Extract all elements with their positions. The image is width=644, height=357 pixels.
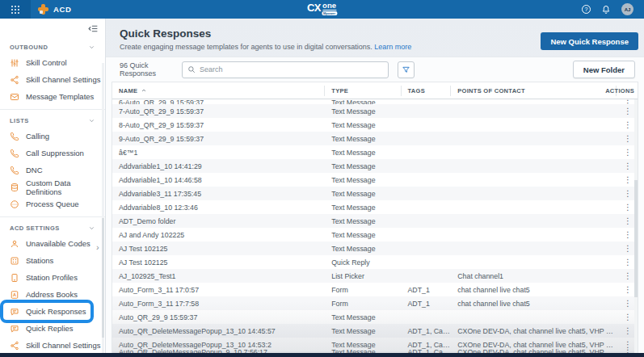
app-launcher-button[interactable] bbox=[0, 0, 31, 19]
row-actions-kebab[interactable]: ⋮ bbox=[624, 120, 632, 129]
row-actions-kebab[interactable]: ⋮ bbox=[624, 107, 632, 116]
sidebar-item-process-queue[interactable]: Process Queue bbox=[0, 195, 105, 212]
sidebar-section-lists[interactable]: LISTS bbox=[0, 113, 105, 128]
row-actions-kebab[interactable]: ⋮ bbox=[624, 148, 632, 157]
sidebar-item-unavailable-codes[interactable]: Unavailable Codes bbox=[0, 235, 105, 252]
row-actions-kebab[interactable]: ⋮ bbox=[624, 299, 632, 308]
chat-bubble-icon bbox=[10, 307, 19, 317]
row-actions-kebab[interactable]: ⋮ bbox=[624, 313, 632, 321]
notifications-bell-icon[interactable] bbox=[601, 5, 611, 15]
sidebar-expand-handle[interactable]: › bbox=[96, 243, 99, 252]
sidebar-item-skill-control[interactable]: Skill Control bbox=[0, 54, 105, 71]
chevron-down-icon bbox=[88, 44, 95, 51]
filter-funnel-icon bbox=[402, 65, 410, 74]
row-actions-kebab[interactable]: ⋮ bbox=[624, 203, 632, 212]
cell-type: Text Message bbox=[325, 204, 401, 212]
row-actions-kebab[interactable]: ⋮ bbox=[624, 285, 632, 294]
nice-logo-icon bbox=[38, 4, 48, 15]
table-row[interactable]: 7-Auto_QR_29_9 15:59:37 Text Message ⋮ bbox=[112, 104, 638, 118]
table-row[interactable]: Addvariable8_10 12:3:46 Text Message ⋮ bbox=[112, 200, 638, 214]
column-header-tags[interactable]: TAGS bbox=[402, 86, 452, 96]
chevron-down-icon bbox=[88, 117, 95, 124]
sidebar-item-stations[interactable]: Stations bbox=[0, 252, 105, 269]
table-row[interactable]: AJ_102925_Test1 List Picker Chat channel… bbox=[112, 269, 638, 283]
row-actions-kebab[interactable]: ⋮ bbox=[624, 189, 632, 198]
sidebar-item-custom-data-definitions[interactable]: Custom Data Definitions bbox=[0, 178, 105, 195]
content-card: 96 Quick Responses New Folder NAME bbox=[106, 57, 644, 353]
sidebar-item-calling[interactable]: Calling bbox=[0, 128, 105, 145]
sort-ascending-icon bbox=[141, 87, 147, 94]
table-row[interactable]: Auto_QR_29_9 15:59:37 Text Message ⋮ bbox=[112, 310, 638, 324]
sidebar-scrollbar-thumb[interactable] bbox=[102, 218, 104, 338]
sidebar-section-outbound[interactable]: OUTBOUND bbox=[0, 40, 105, 54]
cell-type: Text Message bbox=[325, 245, 401, 253]
cell-name: Addvariable1_10 14:41:29 bbox=[112, 162, 325, 170]
cell-type: Text Message bbox=[325, 341, 401, 349]
cell-points-of-contact: Chat channel1 bbox=[451, 272, 617, 280]
sidebar-item-dnc[interactable]: DNC bbox=[0, 162, 105, 178]
sidebar-scrollbar bbox=[102, 63, 104, 353]
learn-more-link[interactable]: Learn more bbox=[374, 43, 411, 51]
table-row[interactable]: 8-Auto_QR_29_9 15:59:37 Text Message ⋮ bbox=[112, 118, 638, 132]
phone-icon bbox=[10, 149, 19, 158]
cell-type: Form bbox=[325, 300, 401, 308]
book-icon bbox=[10, 290, 19, 300]
cell-name: ADT_Demo folder bbox=[112, 217, 325, 225]
row-actions-kebab[interactable]: ⋮ bbox=[624, 271, 632, 280]
sidebar-item-skill-channel-settings[interactable]: Skill Channel Settings bbox=[0, 337, 105, 353]
sidebar-section-acd-settings[interactable]: ACD SETTINGS bbox=[0, 220, 105, 235]
row-actions-kebab[interactable]: ⋮ bbox=[624, 162, 632, 170]
sidebar-item-quick-replies[interactable]: Quick Replies bbox=[0, 320, 105, 337]
section-items: Calling Call Suppression DNC Custom Data… bbox=[0, 128, 105, 212]
chat-bubble-icon bbox=[10, 324, 19, 334]
table-row[interactable]: Addvariable3_11 17:35:45 Text Message ⋮ bbox=[112, 187, 638, 200]
row-actions-kebab[interactable]: ⋮ bbox=[624, 244, 632, 253]
row-actions-kebab[interactable]: ⋮ bbox=[624, 258, 632, 267]
table-row[interactable]: â€™1 Text Message ⋮ bbox=[112, 145, 638, 159]
table-row[interactable]: AJ Test 102125 Quick Reply ⋮ bbox=[112, 255, 638, 269]
user-avatar[interactable]: AJ bbox=[621, 3, 633, 15]
sidebar-item-label: Process Queue bbox=[26, 200, 78, 208]
column-header-name[interactable]: NAME bbox=[112, 86, 325, 96]
cell-name: Auto_Form_3_11 17:0:57 bbox=[112, 286, 325, 294]
table-row[interactable]: Addvariable1_10 14:41:29 Text Message ⋮ bbox=[112, 159, 638, 173]
sidebar-item-call-suppression[interactable]: Call Suppression bbox=[0, 145, 105, 162]
table-row[interactable]: Auto_Form_3_11 17:7:58 Form ADT_1 chat c… bbox=[112, 296, 638, 310]
cell-type: Text Message bbox=[325, 231, 401, 239]
row-actions-kebab[interactable]: ⋮ bbox=[624, 230, 632, 239]
new-folder-button[interactable]: New Folder bbox=[573, 61, 635, 78]
table-row[interactable]: 9-Auto_QR_29_9 15:59:37 Text Message ⋮ bbox=[112, 132, 638, 145]
help-icon[interactable]: ? bbox=[582, 5, 591, 14]
cell-name: Addvariable3_11 17:35:45 bbox=[112, 190, 325, 198]
sidebar-item-skill-channel-settings[interactable]: Skill Channel Settings bbox=[0, 71, 105, 88]
sidebar-item-address-books[interactable]: Address Books bbox=[0, 286, 105, 303]
filter-button[interactable] bbox=[398, 61, 415, 78]
sidebar-item-station-profiles[interactable]: Station Profiles bbox=[0, 269, 105, 286]
column-header-type[interactable]: TYPE bbox=[325, 86, 401, 96]
table-row[interactable]: ADT_Demo folder Text Message ⋮ bbox=[112, 214, 638, 228]
table-row[interactable]: Addvariable1_10 14:46:58 Text Message ⋮ bbox=[112, 173, 638, 187]
row-actions-kebab[interactable]: ⋮ bbox=[624, 326, 632, 335]
table-row[interactable]: AJ Test 102125 Text Message ⋮ bbox=[112, 242, 638, 255]
sidebar-item-quick-responses[interactable]: Quick Responses bbox=[3, 303, 90, 320]
bottom-bar bbox=[0, 353, 644, 357]
sidebar-section-label: LISTS bbox=[10, 117, 29, 124]
row-actions-kebab[interactable]: ⋮ bbox=[624, 134, 632, 143]
table-row[interactable]: Auto_Form_3_11 17:0:57 Form ADT_1 chat c… bbox=[112, 283, 638, 296]
table-row[interactable]: Auto_QR_DeleteMessagePopup_13_10 14:45:5… bbox=[112, 324, 638, 338]
row-actions-kebab[interactable]: ⋮ bbox=[624, 175, 632, 184]
table-row[interactable]: AJ and Andy 102225 Text Message ⋮ bbox=[112, 228, 638, 242]
row-actions-kebab[interactable]: ⋮ bbox=[624, 216, 632, 225]
column-header-points-of-contact[interactable]: POINTS OF CONTACT bbox=[451, 86, 617, 96]
sidebar-nav: OUTBOUND Skill Control Skill Channel Set… bbox=[0, 19, 106, 353]
sidebar-collapse-button[interactable] bbox=[88, 23, 99, 34]
sidebar-item-message-templates[interactable]: Message Templates bbox=[0, 88, 105, 105]
table-scrollbar-thumb[interactable] bbox=[634, 180, 638, 296]
cell-tags: ADT_1 bbox=[402, 286, 452, 294]
sidebar-item-label: Quick Replies bbox=[26, 324, 74, 333]
search-input[interactable] bbox=[200, 65, 383, 74]
device-icon bbox=[10, 273, 19, 283]
new-quick-response-button[interactable]: New Quick Response bbox=[541, 32, 638, 50]
sidebar-divider bbox=[0, 109, 105, 110]
sidebar-section-label: OUTBOUND bbox=[10, 44, 48, 51]
